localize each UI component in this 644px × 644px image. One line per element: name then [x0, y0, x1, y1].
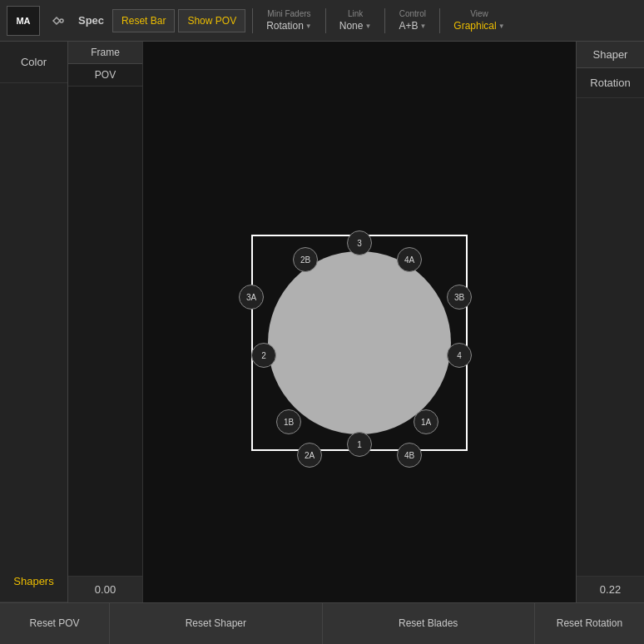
node-3B[interactable]: 3B [447, 285, 472, 310]
control-group: Control A+B ▼ [392, 9, 433, 32]
divider-4 [439, 8, 440, 33]
link-label: Link [348, 9, 363, 18]
reset-shaper-button[interactable]: Reset Shaper [110, 603, 322, 644]
node-3A[interactable]: 3A [239, 285, 264, 310]
link-dropdown[interactable]: None ▼ [339, 20, 372, 32]
sidebar-spacer [0, 83, 67, 561]
shaper-diagram: 11A1B22A2B33A3B44A4B [226, 210, 493, 476]
node-2[interactable]: 2 [251, 343, 276, 368]
frame-value[interactable]: 0.00 [68, 576, 142, 602]
view-chevron: ▼ [498, 22, 505, 30]
control-value: A+B [399, 20, 418, 32]
divider-3 [384, 8, 385, 33]
node-2A[interactable]: 2A [297, 443, 322, 468]
node-1B[interactable]: 1B [276, 409, 301, 434]
shapers-button[interactable]: Shapers [0, 561, 67, 602]
mini-faders-dropdown[interactable]: Rotation ▼ [266, 20, 312, 32]
rotation-button[interactable]: Rotation [577, 68, 644, 98]
mini-faders-value: Rotation [266, 20, 304, 32]
right-spacer [577, 98, 644, 576]
spec-label: Spec [73, 14, 109, 27]
svg-point-0 [60, 19, 63, 22]
view-group: View Graphical ▼ [447, 9, 511, 32]
right-sidebar: Shaper Rotation 0.22 [576, 42, 644, 644]
node-4B[interactable]: 4B [397, 443, 422, 468]
reset-pov-button[interactable]: Reset POV [0, 603, 110, 644]
node-4[interactable]: 4 [447, 343, 472, 368]
view-value: Graphical [453, 20, 496, 32]
rotation-value[interactable]: 0.22 [577, 576, 644, 602]
control-dropdown[interactable]: A+B ▼ [399, 20, 426, 32]
view-dropdown[interactable]: Graphical ▼ [453, 20, 504, 32]
left-sidebar: Color Shapers [0, 42, 68, 644]
bottom-bar: Reset POV Reset Shaper Reset Blades Rese… [0, 602, 644, 644]
frame-header[interactable]: Frame [68, 42, 142, 64]
link-chevron: ▼ [364, 22, 371, 30]
view-label: View [470, 9, 488, 18]
pov-button[interactable]: POV [68, 64, 142, 87]
divider-1 [252, 8, 253, 33]
shaper-button[interactable]: Shaper [577, 42, 644, 68]
mini-faders-label: Mini Faders [267, 9, 310, 18]
mini-faders-chevron: ▼ [305, 22, 312, 30]
main-layout: Color Shapers Frame POV 0.00 11A1B22A2B3… [0, 42, 644, 644]
node-3[interactable]: 3 [347, 230, 372, 255]
canvas-area: 11A1B22A2B33A3B44A4B [143, 42, 576, 644]
frame-panel: Frame POV 0.00 [68, 42, 143, 644]
color-button[interactable]: Color [0, 42, 67, 83]
control-label: Control [399, 9, 426, 18]
node-2B[interactable]: 2B [293, 247, 318, 272]
divider-2 [325, 8, 326, 33]
node-4A[interactable]: 4A [397, 247, 422, 272]
toolbar: MA Spec Reset Bar Show POV Mini Faders R… [0, 0, 644, 42]
link-value: None [339, 20, 364, 32]
logo: MA [7, 6, 40, 36]
shaper-circle [268, 251, 451, 434]
tool-icon[interactable] [47, 9, 70, 32]
show-pov-button[interactable]: Show POV [178, 9, 245, 32]
frame-content [68, 87, 142, 576]
reset-blades-button[interactable]: Reset Blades [323, 603, 535, 644]
reset-rotation-button[interactable]: Reset Rotation [535, 603, 644, 644]
node-1[interactable]: 1 [347, 432, 372, 457]
node-1A[interactable]: 1A [414, 409, 438, 434]
reset-bar-button[interactable]: Reset Bar [112, 9, 175, 32]
control-chevron: ▼ [419, 22, 426, 30]
mini-faders-group: Mini Faders Rotation ▼ [260, 9, 319, 32]
link-group: Link None ▼ [333, 9, 379, 32]
